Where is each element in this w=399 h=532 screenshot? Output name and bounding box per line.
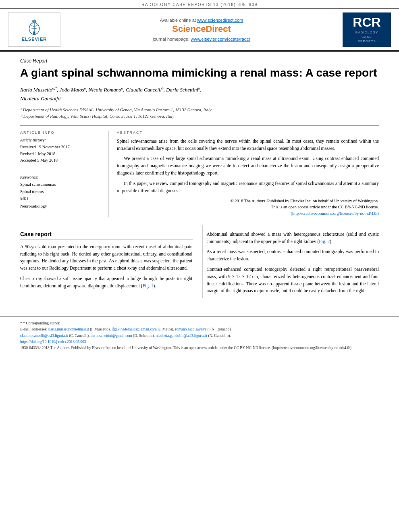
sciencedirect-logo: ScienceDirect — [69, 24, 335, 34]
keyword-3: MRI — [20, 195, 100, 203]
email-matos[interactable]: jfgavinadematos@gmail.com — [112, 327, 157, 331]
cc-link: (http://creativecommons.org/licenses/by-… — [117, 210, 379, 217]
journal-homepage: journal homepage: www.elsevier.com/locat… — [69, 37, 335, 42]
svg-line-3 — [31, 25, 34, 27]
copyright-line-2: This is an open access article under the… — [117, 204, 379, 210]
received-date: Received 19 November 2017 — [20, 144, 100, 151]
body-right-para-2: As a renal mass was suspected, contrast-… — [207, 248, 379, 263]
email-gandolfo[interactable]: nicoletta.gandolfo@asl3.liguria.it — [156, 334, 207, 338]
svg-line-6 — [34, 28, 39, 29]
authors-line: Ilaria Mussettoa,*, João Matosa, Nicola … — [20, 85, 379, 103]
article-info: Article Info Article history: Received 1… — [20, 131, 109, 217]
available-text: Available online at www.sciencedirect.co… — [69, 18, 335, 23]
svg-line-5 — [30, 28, 34, 29]
abstract-para-2: We present a case of very large spinal s… — [117, 155, 379, 177]
body-right-para-1: Abdominal ultrasound showed a mass with … — [207, 231, 379, 245]
rcr-subtitle: RADIOLOGYCASEREPORTS — [355, 30, 378, 44]
elsevier-label: ELSEVIER — [22, 37, 47, 42]
history-label: Article history: — [20, 138, 100, 142]
rcr-letters: RCR — [353, 16, 380, 29]
abstract-section: Abstract Spinal schwannomas arise from t… — [109, 131, 379, 217]
revised-date: Revised 1 May 2018 — [20, 151, 100, 158]
copyright-text: © 2018 The Authors. Published by Elsevie… — [117, 198, 379, 217]
body-para-2: Chest x-ray showed a soft-tissue opacity… — [20, 275, 193, 290]
svg-point-7 — [32, 20, 37, 23]
keyword-1: Spinal schwannomas — [20, 181, 100, 188]
journal-url[interactable]: www.elsevier.com/locate/radcr — [191, 37, 250, 42]
header-middle: Available online at www.sciencedirect.co… — [60, 18, 343, 42]
doi-link[interactable]: https://doi.org/10.1016/j.radcr.2018.05.… — [20, 340, 86, 344]
fig1-ref: Fig. 1 — [143, 283, 154, 288]
sciencedirect-url[interactable]: www.sciencedirect.com — [197, 18, 243, 23]
body-para-1: A 50-year-old man presented to the emerg… — [20, 243, 193, 272]
footer-area: * * Corresponding author. E-mail address… — [0, 316, 399, 356]
abstract-para-3: In this paper, we review computed tomogr… — [117, 180, 379, 195]
body-left: Case report A 50-year-old man presented … — [20, 225, 193, 298]
article-title: A giant spinal schwannoma mimicking a re… — [20, 66, 379, 80]
affiliation-b: ᵇ Department of Radiology, Villa Scassi … — [20, 113, 379, 120]
header: ELSEVIER Available online at www.science… — [0, 8, 399, 50]
email-cancelli[interactable]: claudio.cancelli@asl3.liguria.it — [20, 334, 68, 338]
keyword-2: Spinal tumors — [20, 188, 100, 195]
case-report-heading: Case report — [20, 231, 193, 239]
corresponding-author: * * Corresponding author. — [20, 320, 379, 326]
info-abstract: Article Info Article history: Received 1… — [20, 131, 379, 217]
abstract-para-1: Spinal schwannomas arise from the cells … — [117, 138, 379, 152]
copyright-line-1: © 2018 The Authors. Published by Elsevie… — [117, 198, 379, 204]
article-info-title: Article Info — [20, 131, 100, 135]
abstract-text: Spinal schwannomas arise from the cells … — [117, 138, 379, 195]
journal-banner: Radiology Case Reports 13 (2018) 805–809 — [0, 0, 399, 8]
accepted-date: Accepted 5 May 2018 — [20, 157, 100, 164]
fig2-ref: Fig. 2 — [319, 239, 330, 244]
body-right-para-3: Contrast-enhanced computed tomography de… — [207, 266, 379, 295]
info-divider — [20, 169, 100, 169]
rcr-logo: RCR RADIOLOGYCASEREPORTS — [343, 12, 391, 47]
divider-1 — [20, 125, 379, 126]
journal-banner-text: Radiology Case Reports 13 (2018) 805–809 — [141, 2, 258, 7]
keyword-4: Neuroradiology — [20, 203, 100, 210]
email-mussetto[interactable]: ilaria.mussetto@hotmail.it — [48, 327, 89, 331]
elsevier-tree-icon — [22, 18, 46, 36]
keywords-label: Keywords: — [20, 175, 100, 179]
abstract-title: Abstract — [117, 131, 379, 135]
affiliation-a: ᵃ Department of Health Sciences DISSAL, … — [20, 106, 379, 113]
section-type: Case Report — [20, 58, 379, 64]
email-line: E-mail addresses: ilaria.mussetto@hotmai… — [20, 326, 379, 339]
main-content: Case Report A giant spinal schwannoma mi… — [0, 50, 399, 304]
keywords-section: Keywords: Spinal schwannomas Spinal tumo… — [20, 175, 100, 210]
issn-line: 1930-0433/© 2018 The Authors. Published … — [20, 345, 379, 351]
email-romano[interactable]: romano.nicola@live.it — [175, 327, 210, 331]
elsevier-logo: ELSEVIER — [8, 12, 60, 47]
body-right: Abdominal ultrasound showed a mass with … — [202, 225, 379, 298]
doi-line: https://doi.org/10.1016/j.radcr.2018.05.… — [20, 339, 379, 345]
affiliations: ᵃ Department of Health Sciences DISSAL, … — [20, 106, 379, 120]
body-content: Case report A 50-year-old man presented … — [20, 225, 379, 298]
svg-line-4 — [34, 25, 38, 27]
email-schettini[interactable]: daria.schettini@gmail.com — [91, 334, 132, 338]
